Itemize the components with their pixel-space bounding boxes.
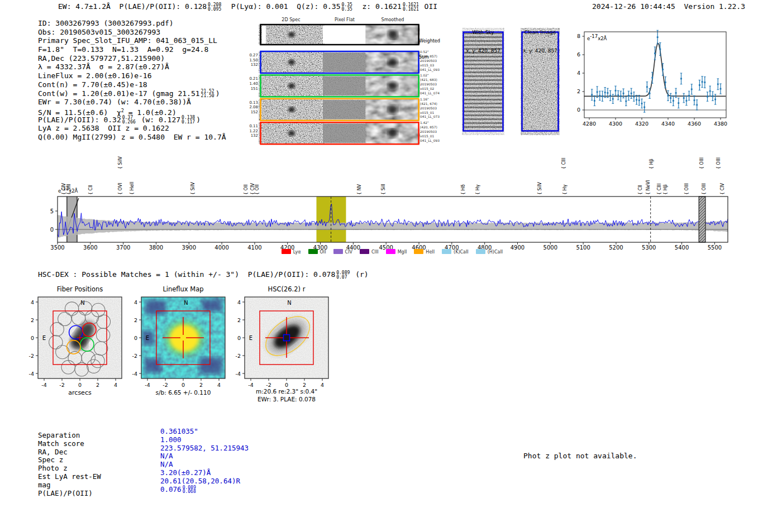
svg-text:0: 0: [31, 335, 34, 341]
fiber-positions-title: Fiber Positions: [38, 285, 122, 293]
svg-text:{ CII: { CII: [638, 185, 643, 195]
svg-text:4280: 4280: [583, 121, 596, 127]
svg-text:4: 4: [114, 382, 117, 388]
spec2d-header-pixelflat: Pixel Flat: [322, 17, 367, 22]
svg-text:4: 4: [577, 70, 580, 76]
svg-text:4: 4: [217, 382, 221, 388]
info-line: LineFlux = 2.00(±0.16)e-16: [38, 71, 226, 80]
svg-text:N: N: [80, 300, 84, 306]
match-row-value: 223.579582, 51.215943: [160, 444, 249, 453]
svg-text:-4: -4: [236, 371, 241, 377]
svg-text:5400: 5400: [675, 245, 689, 251]
svg-text:4320: 4320: [635, 121, 649, 127]
svg-text:-2: -2: [266, 382, 271, 388]
svg-text:-4: -4: [29, 371, 34, 377]
svg-text:{ CIV: { CIV: [720, 183, 725, 195]
svg-text:3700: 3700: [116, 245, 130, 251]
hsc-subtitle-2: EWr: 3. PLAE: 0.078: [239, 396, 334, 402]
main-spectrum-plot: 3500360037003800390040004100420043004400…: [50, 196, 728, 251]
info-line: λ = 4332.37Å σ = 2.87(±0.27)Å: [38, 63, 226, 71]
svg-text:{ SiIV: { SiIV: [118, 156, 123, 169]
spectrum-legend: LyαOIICIVCIIIMgIIHeII(K)CaII(H)CaII: [258, 249, 526, 255]
svg-text:2: 2: [96, 382, 99, 388]
match-row-label: Photo z: [38, 464, 101, 473]
spec2d-row-annotation: 1.02"(421, 683)20190503v015_02041_LL_074: [420, 74, 456, 96]
spec2d-row-annotation: 0.52"(420, 857)20190503v015_03041_LL_093: [420, 50, 456, 73]
svg-text:-2: -2: [236, 353, 241, 359]
svg-text:{ NV: { NV: [357, 184, 362, 195]
spec2d-row-left-labels: 0.111.22132: [240, 124, 258, 138]
svg-text:-4: -4: [132, 371, 137, 377]
svg-text:3900: 3900: [182, 245, 196, 251]
svg-text:{ HeII: { HeII: [130, 182, 135, 195]
info-line: P(LAE)/P(OII): 0.320.370.266 (w: 0.1270.…: [38, 116, 226, 124]
svg-text:{ Hγ: { Hγ: [475, 184, 480, 195]
legend-item: HeII: [414, 249, 435, 255]
match-row-value: 0.361035": [160, 428, 249, 436]
info-line: EWr = 7.30(±0.74) (w: 4.70(±0.38))Å: [38, 98, 226, 107]
svg-text:5300: 5300: [642, 245, 656, 251]
svg-text:{ OIII: { OIII: [702, 183, 707, 195]
svg-text:4000: 4000: [214, 245, 228, 251]
header-summary: EW: 4.7±1.2Å P(LAE)/P(OII): 0.1280.2080.…: [58, 2, 437, 11]
svg-text:2: 2: [199, 382, 203, 388]
detection-info-block: ID: 3003267993 (3003267993.pdf)Obs: 2019…: [38, 19, 226, 142]
cleanimage-title: Clean Image x, y: 420, 857: [515, 17, 565, 66]
svg-text:-4: -4: [248, 382, 253, 388]
svg-text:-2: -2: [29, 353, 34, 359]
svg-text:{ Hγ: { Hγ: [562, 184, 568, 195]
legend-label: CIII: [371, 250, 379, 255]
svg-text:{ Hβ: { Hβ: [649, 159, 654, 169]
match-table-labels: SeparationMatch scoreRA, DecSpec zPhoto …: [38, 432, 101, 497]
svg-text:2: 2: [303, 382, 306, 388]
spectrum-line-labels: { CIV{ SiII{ CII{ SiIV{ OVI{ HeII{ SiIV{…: [61, 156, 725, 195]
svg-text:{ OIII: { OIII: [684, 183, 689, 195]
lineflux-map-plot: -4-2024-4-2024NE: [132, 297, 225, 388]
svg-text:6: 6: [577, 51, 580, 57]
svg-text:0: 0: [134, 335, 137, 341]
svg-text:0: 0: [577, 107, 580, 113]
svg-text:N: N: [184, 300, 188, 306]
spec2d-header-smoothed: Smoothed: [367, 17, 418, 22]
timestamp-version: 2024-12-26 10:44:45 Version 1.22.3: [592, 2, 745, 11]
match-row-label: Est LyA rest-EW: [38, 473, 101, 481]
svg-text:4300: 4300: [609, 121, 622, 127]
svg-text:3500: 3500: [50, 245, 64, 251]
info-line: ID: 3003267993 (3003267993.pdf): [38, 19, 226, 28]
timestamp: 2024-12-26 10:44:45: [592, 2, 675, 11]
match-row-label: Separation: [38, 432, 101, 440]
svg-text:5000: 5000: [543, 245, 557, 251]
info-line: F=1.8" T=0.133 N=1.33 A=0.92 g=24.8: [38, 45, 226, 54]
svg-text:4: 4: [237, 299, 241, 305]
legend-item: Lyα: [282, 249, 301, 255]
legend-label: HeII: [426, 250, 435, 255]
svg-text:-2: -2: [59, 382, 64, 388]
info-line: LyA z = 2.5638 OII z = 0.1622: [38, 124, 226, 133]
svg-text:4340: 4340: [661, 121, 675, 127]
legend-item: (H)CaII: [476, 249, 503, 255]
legend-label: CIV: [345, 250, 352, 255]
svg-text:{ OII: { OII: [255, 184, 260, 195]
svg-text:4360: 4360: [688, 121, 701, 127]
svg-text:{ NeVI: { NeVI: [646, 180, 651, 195]
spectrum-units-annotation: e-17x2Å: [58, 186, 78, 194]
svg-text:E: E: [42, 335, 46, 341]
legend-swatch: [386, 249, 395, 254]
hsc-cutout-title: HSC(26.2) r: [245, 285, 328, 293]
svg-text:5: 5: [50, 208, 54, 214]
svg-text:{ CIII: { CIII: [657, 184, 662, 195]
svg-text:4380: 4380: [714, 121, 727, 127]
svg-text:-2: -2: [163, 382, 168, 388]
svg-text:4: 4: [31, 299, 34, 305]
spec2d-header-2dspec: 2D Spec: [260, 17, 322, 22]
svg-text:3800: 3800: [149, 245, 163, 251]
match-row-label: P(LAE)/P(OII): [38, 490, 101, 498]
withsky-title: With Sky x, y: 420, 857: [460, 17, 506, 66]
svg-text:5200: 5200: [609, 245, 623, 251]
svg-text:5500: 5500: [708, 245, 722, 251]
svg-text:2: 2: [31, 317, 34, 323]
svg-text:{ SiII: { SiII: [381, 184, 386, 195]
legend-label: MgII: [398, 250, 407, 255]
svg-text:2: 2: [237, 317, 241, 323]
svg-text:{ OVI: { OVI: [118, 183, 123, 195]
